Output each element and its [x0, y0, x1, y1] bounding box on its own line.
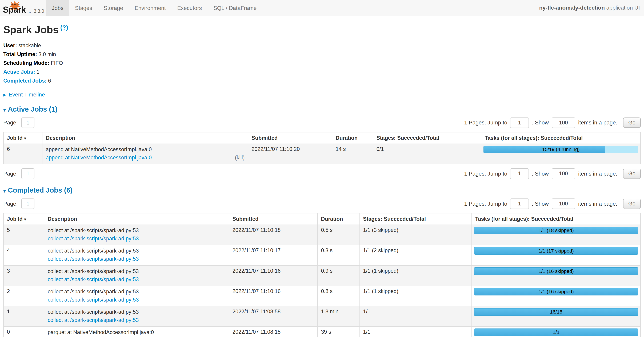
progress-label: 1/1 (16 skipped) — [474, 288, 638, 295]
items-per-page-input[interactable] — [552, 168, 575, 179]
column-header-stages[interactable]: Stages: Succeeded/Total — [360, 213, 472, 225]
stages-cell: 1/1 (3 skipped) — [360, 225, 472, 245]
pages-jump-text: 1 Pages. Jump to — [464, 171, 507, 177]
job-id-cell: 4 — [4, 245, 44, 266]
spark-logo-text: Spark — [3, 5, 26, 15]
progress-label: 1/1 (16 skipped) — [474, 268, 638, 275]
description-text: collect at /spark-scripts/spark-ad.py:53 — [48, 268, 226, 275]
page-number-input[interactable] — [22, 117, 34, 128]
uptime-value: 3.0 min — [38, 51, 56, 57]
description-cell: collect at /spark-scripts/spark-ad.py:53… — [44, 286, 229, 306]
column-header-description[interactable]: Description — [44, 213, 229, 225]
column-header-tasks[interactable]: Tasks (for all stages): Succeeded/Total — [472, 213, 640, 225]
spark-logo: APACHE Spark ™ 3.3.0 — [2, 0, 44, 16]
submitted-cell: 2022/11/07 11:10:16 — [229, 266, 318, 286]
help-link[interactable]: (?) — [60, 24, 68, 31]
kill-link[interactable]: (kill) — [235, 154, 244, 161]
jump-to-input[interactable] — [510, 117, 529, 128]
column-header-submitted[interactable]: Submitted — [248, 132, 332, 144]
sort-desc-icon: ▾ — [24, 136, 26, 141]
column-header-duration[interactable]: Duration — [318, 213, 360, 225]
column-header-stages[interactable]: Stages: Succeeded/Total — [373, 132, 482, 144]
tasks-cell: 1/1 (16 skipped) — [472, 266, 640, 286]
description-cell: append at NativeMethodAccessorImpl.java:… — [42, 144, 248, 164]
column-header-job-id[interactable]: Job Id ▾ — [4, 132, 42, 144]
page-label: Page: — [3, 171, 18, 177]
items-per-page-input[interactable] — [552, 199, 575, 209]
pagination-bar: Page: 1 Pages. Jump to . Show items in a… — [3, 117, 641, 128]
show-text: . Show — [532, 119, 549, 126]
tab-stages[interactable]: Stages — [69, 0, 98, 16]
job-description-link[interactable]: collect at /spark-scripts/spark-ad.py:53 — [48, 276, 139, 283]
column-header-tasks[interactable]: Tasks (for all stages): Succeeded/Total — [481, 132, 640, 144]
page-number-input[interactable] — [22, 168, 34, 179]
user-value: stackable — [18, 42, 41, 48]
description-cell: collect at /spark-scripts/spark-ad.py:53… — [44, 266, 229, 286]
tasks-progress-bar: 1/1 (17 skipped) — [474, 247, 638, 255]
job-row: 5 collect at /spark-scripts/spark-ad.py:… — [4, 225, 640, 245]
job-description-link[interactable]: collect at /spark-scripts/spark-ad.py:53 — [48, 235, 139, 242]
page-title-text: Spark Jobs — [3, 24, 58, 35]
stages-cell: 1/1 — [360, 306, 472, 327]
job-row: 2 collect at /spark-scripts/spark-ad.py:… — [4, 286, 640, 306]
job-row: 0 parquet at NativeMethodAccessorImpl.ja… — [4, 327, 640, 337]
jump-to-input[interactable] — [510, 199, 529, 209]
job-description-link[interactable]: collect at /spark-scripts/spark-ad.py:53 — [48, 256, 139, 263]
tasks-progress-bar: 15/19 (4 running) — [484, 146, 638, 153]
tab-storage[interactable]: Storage — [98, 0, 129, 16]
application-title: ny-tlc-anomaly-detection application UI — [539, 4, 640, 11]
job-row: 3 collect at /spark-scripts/spark-ad.py:… — [4, 266, 640, 286]
column-header-duration[interactable]: Duration — [332, 132, 373, 144]
tab-environment[interactable]: Environment — [129, 0, 172, 16]
spark-version: 3.3.0 — [34, 8, 44, 14]
event-timeline-toggle[interactable]: ▶Event Timeline — [3, 91, 641, 98]
stages-cell: 1/1 (2 skipped) — [360, 245, 472, 266]
description-text: append at NativeMethodAccessorImpl.java:… — [46, 146, 244, 153]
job-summary: User: stackable Total Uptime: 3.0 min Sc… — [3, 42, 641, 84]
column-header-job-id[interactable]: Job Id ▾ — [4, 213, 44, 225]
go-button[interactable]: Go — [623, 169, 641, 179]
completed-jobs-link[interactable]: Completed Jobs: — [3, 78, 46, 84]
spark-ui-app: APACHE Spark ™ 3.3.0 Jobs Stages Storage… — [0, 0, 644, 337]
jump-to-input[interactable] — [510, 168, 529, 179]
submitted-cell: 2022/11/07 11:10:18 — [229, 225, 318, 245]
duration-cell: 39 s — [318, 327, 360, 337]
job-description-link[interactable]: collect at /spark-scripts/spark-ad.py:53 — [48, 317, 139, 324]
job-row: 1 collect at /spark-scripts/spark-ad.py:… — [4, 306, 640, 327]
job-description-link[interactable]: collect at /spark-scripts/spark-ad.py:53 — [48, 296, 139, 303]
duration-cell: 0.3 s — [318, 245, 360, 266]
items-per-page-input[interactable] — [552, 117, 575, 128]
submitted-cell: 2022/11/07 11:10:20 — [248, 144, 332, 164]
tasks-cell: 16/16 — [472, 306, 640, 327]
completed-jobs-count: 6 — [48, 78, 51, 84]
column-header-submitted[interactable]: Submitted — [229, 213, 318, 225]
page-number-input[interactable] — [22, 199, 34, 209]
tab-jobs[interactable]: Jobs — [46, 0, 69, 16]
top-navbar: APACHE Spark ™ 3.3.0 Jobs Stages Storage… — [0, 0, 644, 16]
tab-executors[interactable]: Executors — [172, 0, 208, 16]
active-jobs-count: 1 — [36, 69, 40, 75]
page-label: Page: — [3, 201, 18, 207]
section-active-jobs[interactable]: ▾Active Jobs (1) — [3, 105, 641, 113]
pages-jump-text: 1 Pages. Jump to — [464, 201, 507, 207]
table-header-row: Job Id ▾ Description Submitted Duration … — [4, 213, 640, 225]
tab-sql-dataframe[interactable]: SQL / DataFrame — [208, 0, 262, 16]
items-text: items in a page. — [578, 201, 617, 207]
scheduling-mode-value: FIFO — [51, 60, 63, 66]
job-id-cell: 5 — [4, 225, 44, 245]
duration-cell: 0.5 s — [318, 225, 360, 245]
column-header-description[interactable]: Description — [42, 132, 248, 144]
active-jobs-table: Job Id ▾ Description Submitted Duration … — [3, 132, 641, 164]
active-jobs-link[interactable]: Active Jobs: — [3, 69, 35, 75]
job-description-link[interactable]: append at NativeMethodAccessorImpl.java:… — [46, 154, 152, 161]
section-completed-jobs[interactable]: ▾Completed Jobs (6) — [3, 186, 641, 194]
event-timeline-label: Event Timeline — [8, 91, 45, 98]
description-cell: parquet at NativeMethodAccessorImpl.java… — [44, 327, 229, 337]
tasks-progress-bar: 1/1 (18 skipped) — [474, 227, 638, 234]
go-button[interactable]: Go — [623, 117, 641, 128]
submitted-cell: 2022/11/07 11:08:58 — [229, 306, 318, 327]
go-button[interactable]: Go — [623, 199, 641, 209]
job-row: 6 append at NativeMethodAccessorImpl.jav… — [4, 144, 640, 164]
collapse-arrow-icon: ▾ — [3, 188, 6, 194]
job-id-cell: 2 — [4, 286, 44, 306]
